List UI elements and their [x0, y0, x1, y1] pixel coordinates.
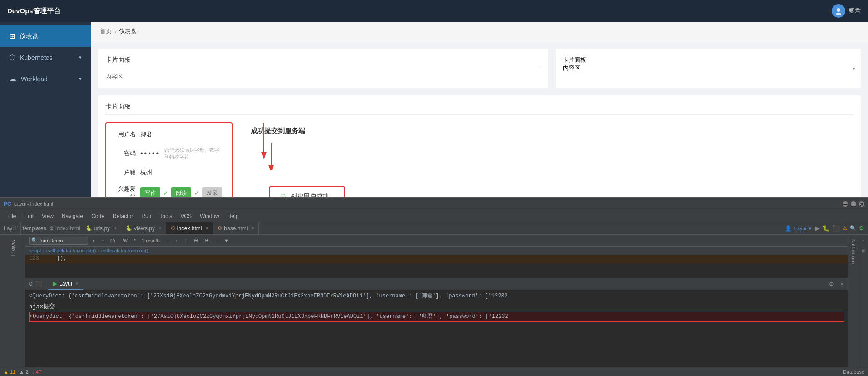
- py-icon-views: 🐍: [126, 225, 132, 231]
- breadcrumb-home[interactable]: 首页: [100, 27, 112, 35]
- user-icon: 👤: [785, 225, 792, 232]
- user-name: 卿君: [849, 7, 861, 15]
- breadcrumb-script: script: [29, 248, 41, 253]
- password-row: 密码 ••••• 密码必须满足字母、数字和特殊字符: [115, 147, 223, 160]
- main-content: 首页 › 仪表盘 卡片面板 内容区 卡片面板 内容区 ▾ 卡片面板: [91, 22, 868, 218]
- ide-tab-index[interactable]: ⚙ index.html ×: [166, 222, 213, 235]
- notifications-label[interactable]: Notifications: [850, 237, 857, 267]
- search-result-count: 2 results: [140, 238, 163, 243]
- sidebar-label-kubernetes: Kubernetes: [20, 54, 74, 61]
- check-icon-read: ✓: [194, 189, 199, 197]
- password-hint: 密码必须满足字母、数字和特殊字符: [164, 147, 223, 160]
- ide-menubar: File Edit View Navigate Code Refactor Ru…: [0, 210, 868, 222]
- ide-tab-urls[interactable]: 🐍 urls.py ×: [81, 222, 121, 235]
- chevron-down-icon: ▾: [79, 54, 82, 60]
- run-close-btn[interactable]: ×: [837, 281, 846, 287]
- card-title-top-right: 卡片面板: [563, 56, 853, 64]
- tab-close-base[interactable]: ×: [251, 226, 254, 231]
- search-cc-btn[interactable]: Cc: [108, 237, 119, 244]
- ide-code-area: 123 });: [25, 255, 848, 278]
- error-count: ↓ 47: [32, 369, 41, 375]
- menu-view[interactable]: View: [38, 212, 57, 220]
- menu-help[interactable]: Help: [224, 212, 243, 220]
- card-body-top-right: 内容区: [563, 64, 853, 72]
- search-toolbar-icon[interactable]: 🔍: [850, 225, 856, 231]
- search-opt1-btn[interactable]: ⊖: [202, 237, 211, 244]
- sidebar-item-workload[interactable]: ☁ Workload ▾: [0, 68, 91, 89]
- minimize-button[interactable]: ─: [843, 201, 848, 207]
- ide-code-breadcrumb: script › callback for layui.use() › call…: [25, 247, 848, 255]
- ide-tab-group-layui: Layui: [0, 222, 21, 235]
- menu-tools[interactable]: Tools: [156, 212, 176, 220]
- ide-top-toolbar: 👤 Layui ▼ ▶ 🐛 ⬛ ⚠ 🔍 ⚙: [781, 225, 868, 232]
- run-tab-close[interactable]: ×: [76, 281, 79, 286]
- ide-tabsbar: Layui templates ⚙ index.html 🐍 urls.py ×…: [0, 222, 868, 235]
- close-search-btn[interactable]: ×: [90, 237, 97, 244]
- run-tab-icon: ▶: [53, 280, 57, 287]
- close-button[interactable]: ✕: [859, 201, 864, 207]
- run-output-line-2: <QueryDict: {'csrfmiddlewaretoken': ['27…: [29, 312, 844, 322]
- ide-titlebar: PC Layui - index.html ─ □ ✕: [0, 198, 868, 210]
- search-icon: 🔍: [31, 237, 38, 243]
- svg-point-1: [836, 13, 841, 15]
- debug-icon[interactable]: 🐛: [823, 225, 830, 232]
- content-area: 卡片面板 内容区 卡片面板 内容区 ▾ 卡片面板: [91, 41, 868, 218]
- card-title-top-left: 卡片面板: [105, 56, 541, 68]
- search-word-btn[interactable]: W: [120, 237, 129, 244]
- ide-logo: PC Layui - index.html: [4, 201, 53, 207]
- search-prev-btn[interactable]: ↑: [99, 237, 106, 244]
- avatar[interactable]: [832, 4, 845, 18]
- search-prev2-btn[interactable]: ↑: [173, 237, 180, 244]
- tab-close-urls[interactable]: ×: [114, 226, 116, 231]
- search-box[interactable]: 🔍: [29, 237, 88, 245]
- right-btn-1[interactable]: ≡: [859, 237, 868, 245]
- breadcrumb-layui-use: callback for layui.use(): [46, 248, 96, 253]
- sidebar-item-kubernetes[interactable]: ⬡ Kubernetes ▾: [0, 47, 91, 68]
- run-tab-layui[interactable]: ▶ Layui ×: [48, 278, 83, 290]
- dashboard-icon: ⊞: [9, 32, 15, 40]
- ide-tab-views[interactable]: 🐍 views.py ×: [121, 222, 166, 235]
- menu-vcs[interactable]: VCS: [177, 212, 195, 220]
- menu-refactor[interactable]: Refactor: [109, 212, 137, 220]
- form-card-title: 卡片面板: [105, 103, 853, 115]
- menu-window[interactable]: Window: [196, 212, 223, 220]
- username-label: 用户名: [115, 130, 140, 139]
- run-icon[interactable]: ▶: [815, 225, 820, 232]
- menu-navigate[interactable]: Navigate: [58, 212, 87, 220]
- sidebar-item-dashboard[interactable]: ⊞ 仪表盘: [0, 25, 91, 47]
- project-label[interactable]: Project: [8, 237, 17, 259]
- py-icon: 🐍: [86, 225, 92, 231]
- run-settings-btn[interactable]: ⚙: [826, 281, 837, 287]
- run-output: <QueryDict: {'csrfmiddlewaretoken': ['27…: [25, 290, 848, 351]
- tab-label-index: index.html: [177, 225, 202, 232]
- search-next-btn[interactable]: ↓: [164, 237, 172, 244]
- user-area: 卿君: [832, 4, 861, 18]
- ide-templates-label: templates: [21, 225, 48, 232]
- ide-notifications-sidebar: Notifications: [848, 235, 858, 367]
- menu-code[interactable]: Code: [88, 212, 108, 220]
- breadcrumb-form-on: callback for form.on(): [101, 248, 148, 253]
- menu-file[interactable]: File: [4, 212, 20, 220]
- maximize-button[interactable]: □: [851, 201, 856, 207]
- run-stop-btn[interactable]: ⬛: [34, 280, 43, 288]
- right-btn-2[interactable]: ⊞: [859, 247, 868, 255]
- run-restart-btn[interactable]: ↺: [27, 280, 34, 288]
- tab-close-index[interactable]: ×: [206, 226, 208, 231]
- ide-run-panel: ↺ ⬛ ▶ Layui × ⚙ × <QueryDict: {'csrfmidd…: [25, 278, 848, 351]
- ide-tab-base[interactable]: ⚙ base.html ×: [213, 222, 259, 235]
- search-filter-btn[interactable]: ⊕: [192, 237, 200, 244]
- search-input[interactable]: [40, 238, 80, 243]
- stop-icon[interactable]: ⬛: [833, 225, 840, 232]
- tab-close-views[interactable]: ×: [159, 226, 161, 231]
- warning-icon: ⚠: [843, 225, 847, 231]
- menu-edit[interactable]: Edit: [20, 212, 37, 220]
- menu-run[interactable]: Run: [138, 212, 155, 220]
- search-opt2-btn[interactable]: ≡: [213, 237, 220, 244]
- search-regex-btn[interactable]: *: [132, 237, 138, 244]
- app-title: DevOps管理平台: [7, 7, 60, 15]
- search-opt3-btn[interactable]: ▼: [222, 237, 231, 244]
- index-html-label: ⚙ index.html: [48, 225, 81, 232]
- layui-branch: Layui ▼: [794, 226, 813, 231]
- annotation-arrow-2: [260, 143, 283, 170]
- settings-icon[interactable]: ⚙: [859, 225, 864, 232]
